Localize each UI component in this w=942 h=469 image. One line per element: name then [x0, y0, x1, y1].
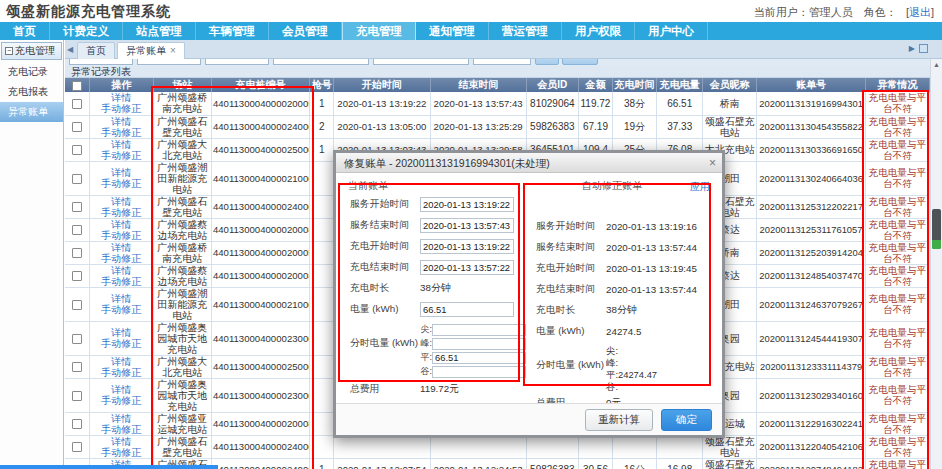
action-link[interactable]: 详情 — [111, 92, 131, 103]
row-checkbox[interactable] — [72, 174, 82, 184]
horizontal-scrollbar[interactable] — [0, 465, 218, 469]
row-checkbox[interactable] — [72, 442, 82, 452]
filter-search-button[interactable] — [535, 59, 559, 65]
action-link[interactable]: 详情 — [111, 436, 131, 447]
action-link[interactable]: 详情 — [111, 219, 131, 230]
action-link[interactable]: 手动修正 — [101, 103, 141, 114]
tab[interactable]: 首页 — [77, 42, 115, 59]
action-link[interactable]: 手动修正 — [101, 304, 141, 315]
row-checkbox[interactable] — [72, 300, 82, 310]
top-bar: 颂盛新能源充电管理系统 当前用户：管理人员 角色： [退出] — [0, 0, 942, 22]
action-link[interactable]: 手动修正 — [101, 276, 141, 287]
split-input[interactable] — [432, 324, 526, 336]
row-checkbox[interactable] — [72, 419, 82, 429]
nav-item[interactable]: 车辆管理 — [196, 22, 269, 40]
filter-input[interactable] — [69, 59, 133, 65]
filter-input[interactable] — [273, 59, 369, 65]
action-link[interactable]: 详情 — [111, 384, 131, 395]
action-link[interactable]: 手动修正 — [101, 150, 141, 161]
action-link[interactable]: 详情 — [111, 242, 131, 253]
nav-item[interactable]: 用户权限 — [562, 22, 635, 40]
split-input[interactable]: 66.51 — [432, 352, 526, 364]
action-link[interactable]: 手动修正 — [101, 367, 141, 378]
action-link[interactable]: 手动修正 — [101, 207, 141, 218]
nav-item[interactable]: 通知管理 — [416, 22, 489, 40]
confirm-button[interactable]: 确定 — [661, 409, 712, 431]
sidebar-item[interactable]: 充电记录 — [0, 62, 63, 82]
cell-issue: 充电电量与平台不符 — [865, 321, 929, 355]
row-checkbox[interactable] — [72, 391, 82, 401]
tab-close-icon[interactable]: × — [170, 45, 176, 56]
vertical-scrollbar[interactable]: ▲ — [930, 59, 942, 469]
action-link[interactable]: 详情 — [111, 167, 131, 178]
action-link[interactable]: 手动修正 — [101, 127, 141, 138]
row-checkbox[interactable] — [72, 362, 82, 372]
action-link[interactable]: 手动修正 — [101, 424, 141, 435]
action-link[interactable]: 详情 — [111, 265, 131, 276]
nav-item[interactable]: 计费定义 — [50, 22, 123, 40]
split-energy-label-auto: 分时电量 (kWh) — [536, 345, 606, 393]
close-icon[interactable]: × — [709, 153, 716, 173]
window-icon[interactable] — [919, 44, 928, 53]
tab-scroll-left-icon[interactable]: ◀ — [67, 45, 73, 54]
row-checkbox[interactable] — [72, 145, 82, 155]
action-link[interactable]: 手动修正 — [101, 338, 141, 349]
filter-input[interactable] — [373, 59, 469, 65]
filter-input[interactable] — [205, 59, 269, 65]
row-checkbox[interactable] — [72, 248, 82, 258]
action-link[interactable]: 手动修正 — [101, 178, 141, 189]
tab-scroll-right-icon[interactable]: ▶ — [909, 44, 915, 53]
filter-input[interactable] — [473, 59, 531, 65]
action-link[interactable]: 详情 — [111, 139, 131, 150]
tab[interactable]: 异常账单× — [117, 42, 185, 59]
field-input[interactable]: 2020-01-13 13:19:22 — [420, 197, 514, 212]
scrollbar-thumb[interactable] — [932, 209, 941, 249]
split-input[interactable] — [432, 366, 526, 378]
cell-gun — [310, 161, 334, 195]
row-checkbox[interactable] — [72, 99, 82, 109]
collapse-icon[interactable]: − — [5, 47, 13, 55]
filter-input[interactable] — [137, 59, 201, 65]
action-link[interactable]: 手动修正 — [101, 230, 141, 241]
select-all-checkbox[interactable] — [72, 81, 82, 91]
filter-reset-button[interactable] — [562, 59, 598, 65]
nav-item[interactable]: 用户中心 — [635, 22, 708, 40]
cell-duration: 16分 — [613, 458, 657, 469]
action-link[interactable]: 手动修正 — [101, 447, 141, 458]
action-link[interactable]: 详情 — [111, 196, 131, 207]
cell-station: 广州颂盛桥南充电站 — [153, 92, 211, 115]
row-checkbox[interactable] — [72, 122, 82, 132]
nav-item[interactable]: 首页 — [0, 22, 50, 40]
sidebar-item[interactable]: 充电报表 — [0, 82, 63, 102]
modal-footer: 重新计算 确定 — [336, 403, 722, 435]
row-checkbox[interactable] — [72, 202, 82, 212]
sidebar-header[interactable]: −充电管理 — [1, 42, 62, 60]
action-link[interactable]: 手动修正 — [101, 253, 141, 264]
apply-link[interactable]: 应用 — [690, 180, 710, 194]
recalculate-button[interactable]: 重新计算 — [585, 409, 653, 431]
scrollbar-up-icon[interactable]: ▲ — [933, 61, 940, 68]
action-link[interactable]: 详情 — [111, 356, 131, 367]
row-checkbox[interactable] — [72, 334, 82, 344]
sidebar-item[interactable]: 异常账单 — [0, 102, 63, 122]
nav-item[interactable]: 营运管理 — [489, 22, 562, 40]
action-link[interactable]: 详情 — [111, 327, 131, 338]
field-label: 充电开始时间 — [536, 262, 606, 275]
field-input[interactable]: 2020-01-13 13:19:22 — [420, 239, 514, 254]
nav-item[interactable]: 会员管理 — [269, 22, 342, 40]
cell-bill: 20200113125312202217 — [757, 195, 865, 218]
nav-item[interactable]: 充电管理 — [342, 22, 416, 40]
row-actions-cell: 详情手动修正 — [89, 412, 153, 435]
row-checkbox[interactable] — [72, 225, 82, 235]
field-input[interactable]: 2020-01-13 13:57:43 — [420, 218, 514, 233]
field-input[interactable]: 66.51 — [420, 302, 514, 317]
row-checkbox[interactable] — [72, 271, 82, 281]
field-input[interactable]: 2020-01-13 13:57:22 — [420, 260, 514, 275]
action-link[interactable]: 详情 — [111, 116, 131, 127]
split-input[interactable] — [432, 338, 526, 350]
logout-link[interactable]: 退出 — [909, 6, 931, 18]
action-link[interactable]: 详情 — [111, 413, 131, 424]
nav-item[interactable]: 站点管理 — [123, 22, 196, 40]
action-link[interactable]: 手动修正 — [101, 395, 141, 406]
action-link[interactable]: 详情 — [111, 293, 131, 304]
